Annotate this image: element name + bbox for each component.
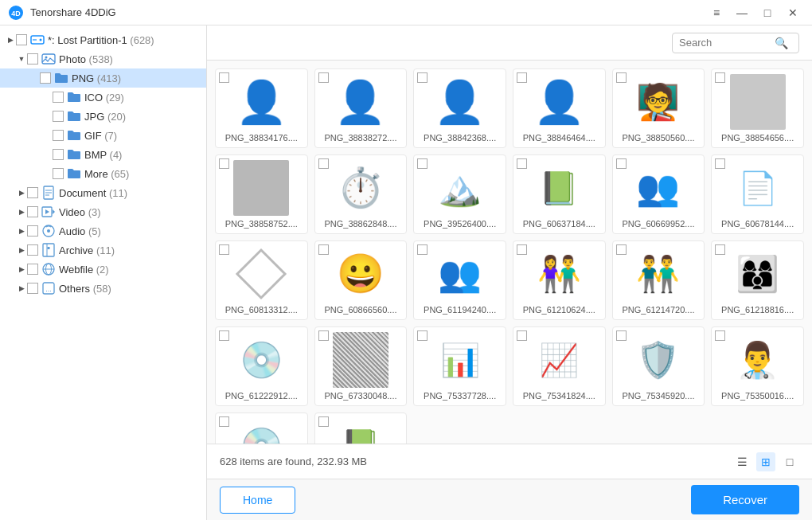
tree-checkbox[interactable] [27, 206, 38, 217]
file-item[interactable]: 👤 PNG_38838272.... [314, 68, 408, 148]
menu-button[interactable]: ≡ [705, 5, 728, 21]
tree-arrow[interactable]: ▶ [16, 206, 27, 217]
file-item[interactable]: 👫 PNG_61210624.... [513, 240, 606, 320]
sidebar-item-ico[interactable]: ICO (29) [0, 88, 206, 107]
maximize-button[interactable]: □ [756, 5, 779, 21]
file-checkbox[interactable] [715, 244, 725, 255]
file-item[interactable]: 👬 PNG_61214720.... [612, 240, 705, 320]
list-view-button[interactable]: ☰ [732, 452, 751, 471]
sidebar-item-more[interactable]: More (65) [0, 164, 206, 183]
sidebar-item-archive[interactable]: ▶Archive (11) [0, 240, 206, 260]
sidebar-item-png[interactable]: PNG (413) [0, 68, 206, 88]
tree-arrow[interactable]: ▶ [16, 264, 27, 275]
file-checkbox[interactable] [417, 72, 427, 83]
file-item[interactable]: PNG_38858752.... [215, 154, 308, 234]
file-checkbox[interactable] [318, 158, 329, 169]
file-checkbox[interactable] [318, 244, 329, 255]
tree-arrow[interactable]: ▼ [16, 53, 27, 65]
tree-arrow[interactable]: ▶ [5, 34, 16, 45]
file-item[interactable]: 🏔️ PNG_39526400.... [413, 154, 506, 234]
file-checkbox[interactable] [417, 158, 427, 169]
sidebar-item-webfile[interactable]: ▶Webfile (2) [0, 260, 206, 279]
file-item[interactable]: 🧑‍🏫 PNG_38850560.... [612, 68, 705, 148]
tree-checkbox[interactable] [53, 168, 64, 179]
minimize-button[interactable]: — [731, 5, 753, 21]
file-checkbox[interactable] [715, 72, 725, 83]
file-item[interactable]: 🛡️ PNG_75345920.... [612, 326, 705, 406]
file-item[interactable]: 📗 PNG_60637184.... [513, 154, 606, 234]
tree-arrow[interactable]: ▶ [16, 225, 27, 237]
sidebar-item-jpg[interactable]: JPG (20) [0, 107, 206, 126]
tree-checkbox[interactable] [53, 149, 64, 160]
sidebar-item-photo[interactable]: ▼Photo (538) [0, 49, 206, 68]
tree-checkbox[interactable] [16, 34, 27, 45]
file-item[interactable]: 📄 PNG_60678144.... [711, 154, 804, 234]
file-item[interactable]: ⏱️ PNG_38862848.... [314, 154, 408, 234]
file-item[interactable]: 📗 PNG_........ [314, 412, 408, 444]
file-checkbox[interactable] [219, 158, 229, 169]
file-checkbox[interactable] [517, 72, 527, 83]
file-checkbox[interactable] [517, 330, 527, 341]
file-checkbox[interactable] [219, 244, 229, 255]
file-item[interactable]: 💿 PNG_61222912.... [215, 326, 308, 406]
file-checkbox[interactable] [715, 158, 725, 169]
sidebar-item-video[interactable]: ▶Video (3) [0, 202, 206, 221]
file-checkbox[interactable] [517, 158, 527, 169]
file-item[interactable]: 👥 PNG_60669952.... [612, 154, 705, 234]
file-item[interactable]: 👥 PNG_61194240.... [413, 240, 506, 320]
search-input[interactable] [679, 37, 775, 49]
file-checkbox[interactable] [219, 72, 229, 83]
file-checkbox[interactable] [219, 330, 229, 341]
file-item[interactable]: 📈 PNG_75341824.... [513, 326, 606, 406]
tree-label: Audio (5) [59, 225, 101, 237]
grid-view-button[interactable]: ⊞ [756, 452, 775, 471]
file-item[interactable]: 👤 PNG_38846464.... [513, 68, 606, 148]
file-checkbox[interactable] [715, 330, 725, 341]
close-button[interactable]: ✕ [782, 5, 804, 21]
file-checkbox[interactable] [616, 72, 627, 83]
file-item[interactable]: PNG_60813312.... [215, 240, 308, 320]
home-button[interactable]: Home [220, 487, 295, 514]
sidebar-item-document[interactable]: ▶Document (11) [0, 183, 206, 202]
file-checkbox[interactable] [517, 244, 527, 255]
file-item[interactable]: 📊 PNG_75337728.... [413, 326, 506, 406]
tree-checkbox[interactable] [27, 283, 38, 294]
tree-checkbox[interactable] [53, 92, 64, 103]
tree-arrow[interactable]: ▶ [16, 244, 27, 256]
file-checkbox[interactable] [318, 72, 329, 83]
file-checkbox[interactable] [318, 416, 329, 427]
file-checkbox[interactable] [616, 158, 627, 169]
file-item[interactable]: 👩‍👩‍👦 PNG_61218816.... [711, 240, 804, 320]
sidebar-item-bmp[interactable]: BMP (4) [0, 145, 206, 164]
file-checkbox[interactable] [417, 244, 427, 255]
file-item[interactable]: 👤 PNG_38834176.... [215, 68, 308, 148]
file-item[interactable]: 😀 PNG_60866560.... [314, 240, 408, 320]
tree-checkbox[interactable] [27, 53, 38, 65]
file-checkbox[interactable] [219, 416, 229, 427]
sidebar-item-others[interactable]: ▶...Others (58) [0, 279, 206, 298]
file-checkbox[interactable] [318, 330, 329, 341]
tree-checkbox[interactable] [53, 111, 64, 122]
large-view-button[interactable]: □ [780, 452, 799, 471]
tree-checkbox[interactable] [40, 72, 51, 84]
sidebar-item-lost-partition[interactable]: ▶*: Lost Partition-1 (628) [0, 30, 206, 49]
tree-checkbox[interactable] [27, 264, 38, 275]
file-item[interactable]: 💿 PNG_........ [215, 412, 308, 444]
tree-arrow[interactable]: ▶ [16, 187, 27, 198]
file-item[interactable]: 👨‍⚕️ PNG_75350016.... [711, 326, 804, 406]
file-checkbox[interactable] [616, 330, 627, 341]
tree-checkbox[interactable] [27, 187, 38, 198]
tree-checkbox[interactable] [27, 225, 38, 237]
tree-checkbox[interactable] [27, 244, 38, 256]
sidebar-item-gif[interactable]: GIF (7) [0, 126, 206, 145]
search-box[interactable]: 🔍 [672, 33, 799, 53]
file-checkbox[interactable] [616, 244, 627, 255]
file-checkbox[interactable] [417, 330, 427, 341]
recover-button[interactable]: Recover [691, 485, 799, 514]
sidebar-item-audio[interactable]: ▶Audio (5) [0, 221, 206, 240]
tree-arrow[interactable]: ▶ [16, 283, 27, 294]
tree-checkbox[interactable] [53, 130, 64, 141]
file-item[interactable]: PNG_67330048.... [314, 326, 408, 406]
file-item[interactable]: 👤 PNG_38842368.... [413, 68, 506, 148]
file-item[interactable]: PNG_38854656.... [711, 68, 804, 148]
